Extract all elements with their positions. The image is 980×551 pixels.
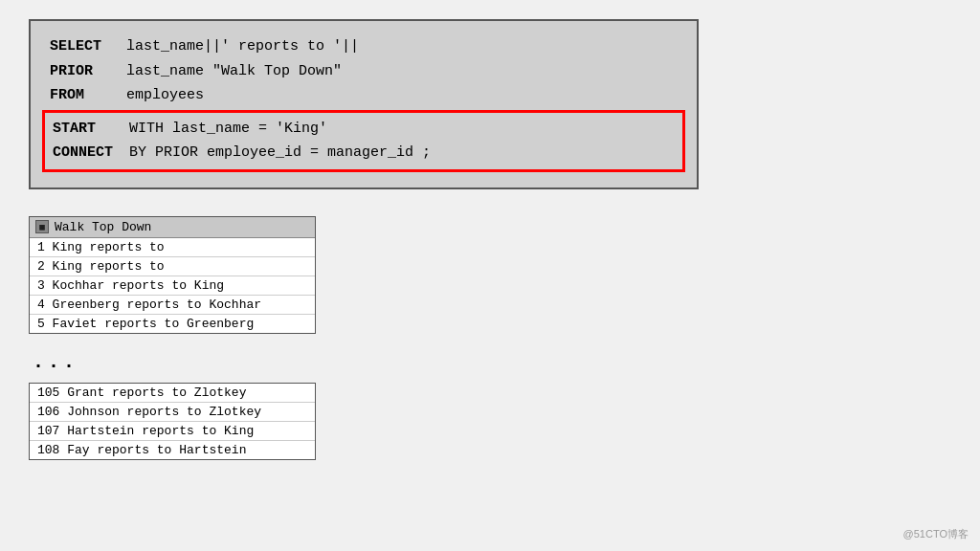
sql-start-content: WITH last_name = 'King' [129,117,327,142]
result-table-header: ▦ Walk Top Down [30,217,315,238]
watermark: @51CTO博客 [903,527,969,541]
result-row-2: 2 King reports to [30,257,315,276]
result-row-3: 3 Kochhar reports to King [30,276,315,296]
table-icon: ▦ [35,220,49,233]
sql-select-keyword: SELECT [50,34,126,59]
sql-start-keyword: START [53,117,129,142]
result-row-4: 4 Greenberg reports to Kochhar [30,296,315,315]
result-row-107: 107 Hartstein reports to King [30,422,315,441]
sql-from-content: employees [126,83,204,108]
result-table-bottom: 105 Grant reports to Zlotkey 106 Johnson… [29,383,316,460]
sql-line-4: START WITH last_name = 'King' [53,117,675,142]
ellipsis: ... [33,351,951,373]
sql-prior-content: last_name "Walk Top Down" [126,59,342,84]
result-row-108: 108 Fay reports to Hartstein [30,441,315,459]
sql-block: SELECT last_name||' reports to '|| PRIOR… [29,19,699,189]
result-row-105: 105 Grant reports to Zlotkey [30,384,315,403]
result-row-5: 5 Faviet reports to Greenberg [30,315,315,333]
sql-highlighted-block: START WITH last_name = 'King' CONNECT BY… [42,110,685,172]
main-container: SELECT last_name||' reports to '|| PRIOR… [0,0,980,479]
sql-line-2: PRIOR last_name "Walk Top Down" [50,59,678,84]
sql-line-5: CONNECT BY PRIOR employee_id = manager_i… [53,141,675,165]
sql-select-content: last_name||' reports to '|| [126,34,359,59]
result-row-106: 106 Johnson reports to Zlotkey [30,403,315,422]
sql-connect-keyword: CONNECT [53,141,129,165]
result-table-header-label: Walk Top Down [55,220,151,234]
sql-connect-content: BY PRIOR employee_id = manager_id ; [129,141,431,165]
result-table-top: ▦ Walk Top Down 1 King reports to 2 King… [29,216,316,334]
sql-from-keyword: FROM [50,83,126,108]
result-row-1: 1 King reports to [30,238,315,257]
sql-prior-keyword: PRIOR [50,59,126,84]
sql-line-1: SELECT last_name||' reports to '|| [50,34,678,59]
sql-line-3: FROM employees [50,83,678,108]
